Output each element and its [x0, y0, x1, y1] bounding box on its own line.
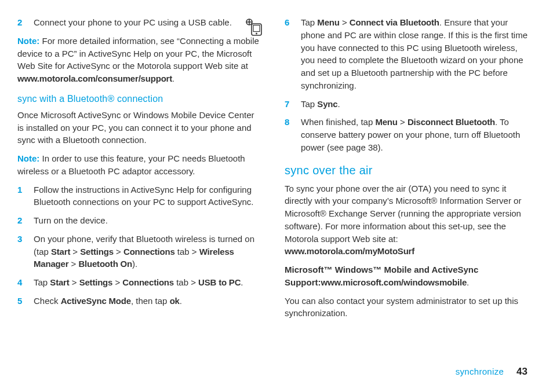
t: Tap — [301, 17, 317, 27]
menu-path: Sync — [317, 99, 337, 109]
svg-point-4 — [256, 33, 257, 35]
step-body: Connect your phone to your PC using a US… — [34, 16, 261, 29]
menu-path: USB to PC — [198, 277, 241, 287]
admin-paragraph: You can also contact your system adminis… — [285, 295, 529, 320]
menu-path: Connect via Bluetooth — [350, 17, 439, 27]
menu-path: Menu — [375, 117, 397, 127]
step-number: 7 — [285, 98, 301, 111]
t: When finished, tap — [301, 117, 375, 127]
step-body: Tap Sync. — [301, 98, 529, 111]
note-end: . — [172, 74, 174, 83]
t: > — [70, 247, 80, 257]
ota-url: www.motorola.com/myMotoSurf — [285, 246, 414, 256]
step-body: Check ActiveSync Mode, then tap ok. — [34, 295, 261, 307]
svg-rect-5 — [253, 25, 260, 32]
menu-path: ActiveSync Mode — [61, 296, 131, 306]
step-5-activesync-mode: 5 Check ActiveSync Mode, then tap ok. — [17, 295, 261, 307]
ota-paragraph: To sync your phone over the air (OTA) yo… — [285, 182, 529, 258]
t: . — [337, 99, 340, 109]
t: . — [467, 277, 469, 287]
menu-path: Settings — [80, 247, 114, 257]
note-label: Note: — [17, 36, 39, 46]
t: tab > — [175, 247, 199, 257]
page-footer: synchronize43 — [456, 365, 527, 379]
step-3-verify-bt: 3 On your phone, verify that Bluetooth w… — [17, 233, 261, 270]
step-text: Connect your phone to your PC using a US… — [34, 17, 232, 27]
t: . — [180, 296, 182, 306]
menu-path: Connections — [123, 247, 175, 257]
left-column: 2 Connect your phone to your PC using a … — [17, 16, 261, 325]
t: . — [241, 277, 243, 287]
step-text: Turn on the device. — [34, 214, 261, 227]
step-2-usb: 2 Connect your phone to your PC using a … — [17, 16, 261, 29]
step-number: 2 — [17, 16, 34, 29]
note-url: www.motorola.com/consumer/support — [17, 74, 172, 83]
step-text: Follow the instructions in ActiveSync He… — [34, 184, 261, 209]
step-body: Tap Menu > Connect via Bluetooth. Ensure… — [301, 16, 529, 92]
step-body: Tap Start > Settings > Connections tab >… — [34, 276, 261, 289]
page-columns: 2 Connect your phone to your PC using a … — [17, 16, 529, 325]
note-detailed-info: Note: For more detailed information, see… — [17, 35, 261, 85]
step-2-turn-on: 2 Turn on the device. — [17, 214, 261, 227]
step-1-configure: 1 Follow the instructions in ActiveSync … — [17, 184, 261, 209]
t: > — [70, 277, 79, 287]
menu-path: Menu — [317, 17, 339, 27]
step-number: 5 — [17, 295, 34, 307]
step-8-disconnect-bt: 8 When finished, tap Menu > Disconnect B… — [285, 116, 529, 153]
footer-section-label: synchronize — [456, 367, 504, 376]
t: Tap — [301, 99, 317, 109]
t: ). — [132, 259, 137, 269]
t: To sync your phone over the air (OTA) yo… — [285, 184, 521, 244]
ms-support-line: Microsoft™ Windows™ Mobile and ActiveSyn… — [285, 263, 529, 289]
menu-path: Settings — [79, 277, 113, 287]
note-label: Note: — [17, 153, 39, 163]
t: , then tap — [131, 296, 170, 306]
menu-path: Disconnect Bluetooth — [408, 117, 495, 127]
menu-path: ok — [170, 296, 180, 306]
step-number: 1 — [17, 184, 34, 209]
menu-path: Start — [51, 247, 70, 257]
menu-path: Start — [50, 277, 69, 287]
ms-support-url: www.microsoft.com/windowsmobile — [321, 277, 467, 287]
menu-path: Bluetooth On — [78, 259, 132, 269]
t: Check — [34, 296, 61, 306]
t: > — [398, 117, 408, 127]
step-number: 4 — [17, 276, 34, 289]
step-number: 6 — [285, 16, 301, 92]
t: > — [340, 17, 350, 27]
t: > — [68, 259, 78, 269]
note-text: For more detailed information, see “Conn… — [17, 36, 259, 71]
step-number: 8 — [285, 116, 301, 153]
section-sync-ota: sync over the air — [285, 162, 529, 179]
step-4-usb-to-pc: 4 Tap Start > Settings > Connections tab… — [17, 276, 261, 289]
t: tab > — [174, 277, 198, 287]
right-column: 6 Tap Menu > Connect via Bluetooth. Ensu… — [285, 16, 529, 325]
t: > — [114, 247, 123, 257]
menu-path: Connections — [122, 277, 174, 287]
step-number: 3 — [17, 233, 34, 270]
step-7-sync: 7 Tap Sync. — [285, 98, 529, 111]
step-6-connect-bt: 6 Tap Menu > Connect via Bluetooth. Ensu… — [285, 16, 529, 92]
t: . Ensure that your phone and PC are with… — [301, 17, 527, 90]
note-text: In order to use this feature, your PC ne… — [17, 153, 245, 176]
subsection-bluetooth: sync with a Bluetooth® connection — [17, 92, 261, 105]
usb-sync-icon — [243, 16, 264, 41]
t: > — [112, 277, 122, 287]
step-number: 2 — [17, 214, 34, 227]
bluetooth-intro: Once Microsoft ActiveSync or Windows Mob… — [17, 109, 261, 146]
step-body: When finished, tap Menu > Disconnect Blu… — [301, 116, 529, 153]
t: Tap — [34, 277, 50, 287]
step-body: On your phone, verify that Bluetooth wir… — [34, 233, 261, 270]
note-bluetooth-req: Note: In order to use this feature, your… — [17, 152, 261, 178]
footer-page-number: 43 — [516, 366, 527, 377]
